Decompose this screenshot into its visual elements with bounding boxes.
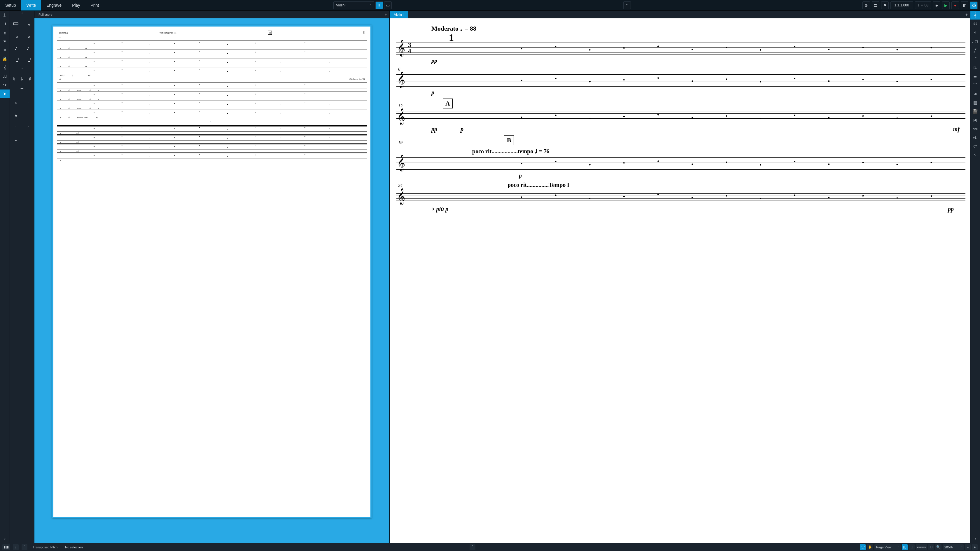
staff[interactable]: [57, 83, 367, 89]
artic-fermata-like[interactable]: ⌣: [10, 134, 22, 146]
left-rail-collapse[interactable]: ‹: [0, 534, 10, 543]
part-viewport[interactable]: Moderato ♩ = 88 1 pp 6 p 12 A: [390, 18, 970, 543]
artic-accent[interactable]: >: [10, 97, 22, 110]
lines-panel-icon[interactable]: ▦: [970, 98, 980, 107]
staff[interactable]: [57, 143, 367, 150]
part-staff-5[interactable]: [396, 191, 966, 203]
rehearsal-panel-icon[interactable]: [A]: [970, 116, 980, 124]
text-panel-icon[interactable]: abc: [970, 124, 980, 133]
insert-mode-icon[interactable]: ▮▯▮: [2, 544, 10, 550]
pitch-mode-label[interactable]: Transposed Pitch: [30, 544, 60, 550]
video-icon[interactable]: ⊛: [862, 2, 870, 9]
mode-setup[interactable]: Setup: [0, 0, 21, 11]
artic-staccatissimo[interactable]: ′: [10, 122, 22, 134]
dur-quarter[interactable]: 𝅘𝅥: [22, 29, 34, 42]
page-gallery-icon[interactable]: ⊞: [909, 544, 915, 550]
staff[interactable]: [57, 41, 367, 47]
scissors-tool[interactable]: ✕: [0, 46, 10, 54]
tempo-readout[interactable]: ♩ ↧ 88: [915, 2, 931, 9]
marquee-tool-icon[interactable]: ⛶: [860, 544, 865, 550]
layout-dropdown[interactable]: Violin I ˅: [333, 2, 374, 9]
fingering-panel-icon[interactable]: 5̂: [970, 151, 980, 159]
play-button[interactable]: ▶: [942, 2, 950, 9]
staff[interactable]: [57, 134, 367, 141]
artic-tenuto[interactable]: —: [22, 110, 34, 122]
right-rail-collapse[interactable]: ‹: [970, 534, 980, 543]
transport-flag-icon[interactable]: ⚑: [881, 2, 889, 9]
rest-tool[interactable]: 𝄽: [0, 19, 10, 28]
part-staff-2[interactable]: [396, 75, 966, 87]
zoom-in-button[interactable]: +: [972, 544, 978, 550]
add-tab-left[interactable]: +: [382, 11, 390, 18]
page-vertical-icon[interactable]: ⊟: [928, 544, 934, 550]
mode-write[interactable]: Write: [21, 0, 41, 11]
click-button[interactable]: ◧: [961, 2, 968, 9]
dur-64th[interactable]: 𝅘𝅥𝅯: [22, 54, 34, 66]
time-sig-panel-icon[interactable]: 𝄵: [970, 28, 980, 37]
view-mode-dropdown[interactable]: Page View ˅: [874, 544, 900, 550]
dur-eighth[interactable]: ♪: [10, 42, 22, 54]
staff[interactable]: [57, 59, 367, 65]
artic-blank[interactable]: [22, 134, 34, 146]
zoom-dropdown[interactable]: 205% ˅: [943, 544, 964, 550]
voice-chevron[interactable]: ˅: [22, 544, 27, 550]
dur-breve[interactable]: ▭: [10, 17, 22, 29]
cues-panel-icon[interactable]: 🎬: [970, 107, 980, 116]
full-score-viewport[interactable]: (allarg.) Vonósnégyes III H 5 57 fffmf f…: [34, 18, 390, 543]
voice-note-icon[interactable]: ♪: [13, 544, 19, 550]
staff[interactable]: [57, 68, 367, 74]
chords-panel-icon[interactable]: C⁷: [970, 142, 980, 151]
lyrics-panel-icon[interactable]: v1.: [970, 133, 980, 142]
playing-tech-panel-icon[interactable]: √n: [970, 89, 980, 98]
staff[interactable]: [57, 49, 367, 56]
power-button[interactable]: ⏻: [970, 2, 978, 9]
select-tool[interactable]: ➤: [0, 89, 10, 98]
tab-full-score[interactable]: Full score: [34, 11, 57, 18]
dur-16th[interactable]: ♪: [22, 42, 34, 54]
full-score-page[interactable]: (allarg.) Vonósnégyes III H 5 57 fffmf f…: [52, 25, 372, 518]
tab-counterpart-button[interactable]: ⫴: [375, 2, 383, 9]
beam-tool[interactable]: ♩♩: [0, 72, 10, 81]
clef-panel-icon[interactable]: 𝄞: [970, 11, 980, 19]
artic-staccato[interactable]: ·: [22, 97, 34, 110]
dotted-note-tool[interactable]: ♩.: [0, 11, 10, 19]
np-scroll-down[interactable]: ˅: [10, 66, 34, 73]
lower-panel-toggle[interactable]: ˄: [469, 544, 476, 550]
mixer-icon[interactable]: 𝍑: [872, 2, 880, 9]
staff[interactable]: [57, 152, 367, 159]
np-scroll-up[interactable]: ˄: [10, 11, 34, 17]
dur-whole[interactable]: 𝅝: [22, 17, 34, 29]
add-tab-right[interactable]: +: [963, 11, 970, 18]
tuplet-tool[interactable]: ✶: [0, 37, 10, 46]
tab-violin-1[interactable]: Violin I: [390, 11, 408, 18]
rewind-button[interactable]: ⏮: [933, 2, 940, 9]
part-staff-4[interactable]: [396, 157, 966, 170]
slur-tool[interactable]: ⁀: [10, 85, 34, 97]
tempo-panel-icon[interactable]: ♩₌72: [970, 37, 980, 46]
page-strip-icon[interactable]: ▭▭▭: [916, 544, 927, 550]
staff[interactable]: [57, 100, 367, 107]
part-staff-1[interactable]: [396, 43, 966, 55]
tab-single-button[interactable]: ▭: [384, 2, 392, 9]
dur-half[interactable]: 𝅗𝅥: [10, 29, 22, 42]
panel-chevron-button[interactable]: ˄: [623, 2, 631, 9]
position-readout[interactable]: 1.1.1.000: [891, 2, 913, 9]
dynamics-panel-icon[interactable]: 𝆑: [970, 46, 980, 54]
holds-panel-icon[interactable]: ⌒: [970, 81, 980, 89]
mode-play[interactable]: Play: [67, 0, 85, 11]
acc-natural[interactable]: ♮: [10, 73, 18, 85]
artic-wedge[interactable]: ’: [22, 122, 34, 134]
bars-panel-icon[interactable]: ≣: [970, 72, 980, 81]
dur-32nd[interactable]: 𝅘𝅥𝅯: [10, 54, 22, 66]
part-page[interactable]: Moderato ♩ = 88 1 pp 6 p 12 A: [390, 18, 970, 543]
acc-sharp[interactable]: ♯: [26, 73, 34, 85]
ornaments-panel-icon[interactable]: 𝆪: [970, 54, 980, 63]
record-button[interactable]: ●: [951, 2, 959, 9]
mode-print[interactable]: Print: [85, 0, 104, 11]
key-sig-panel-icon[interactable]: ♯♯: [970, 19, 980, 28]
lock-tool[interactable]: 🔒: [0, 54, 10, 63]
clef-tool[interactable]: 𝄞: [0, 63, 10, 72]
repeats-panel-icon[interactable]: [1.: [970, 63, 980, 72]
hand-tool-icon[interactable]: ✋: [867, 544, 873, 550]
grace-note-tool[interactable]: ♬: [0, 28, 10, 37]
